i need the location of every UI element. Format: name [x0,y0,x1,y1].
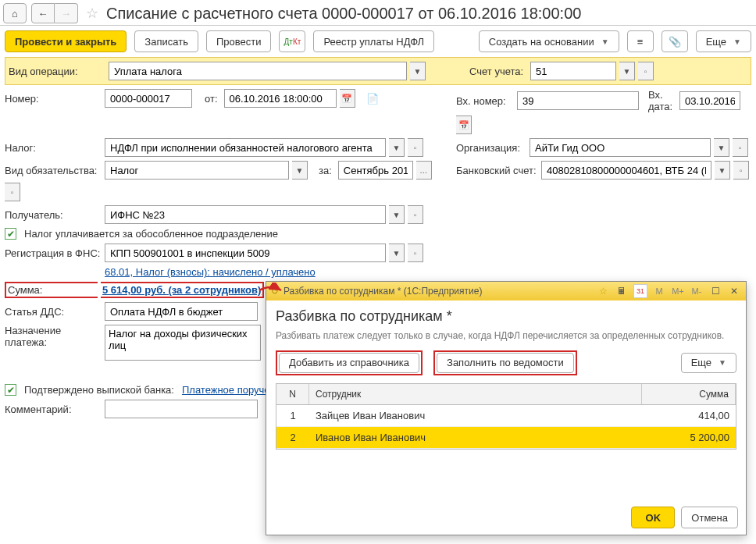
tax-input[interactable] [109,141,382,155]
dialog-close-button[interactable]: ✕ [727,284,741,298]
dialog-more-button[interactable]: Еще▼ [681,353,736,373]
tax-accrual-link[interactable]: 68.01, Налог (взносы): начислено / уплач… [105,266,316,278]
comment-input[interactable] [109,403,254,416]
tax-label: Налог: [5,142,102,154]
post-button[interactable]: Провести [206,30,272,52]
org-label: Организация: [456,142,526,154]
liab-type-input[interactable] [109,164,285,177]
account-label: Счет учета: [469,66,527,77]
dialog-fav-icon[interactable]: ☆ [596,284,610,298]
purpose-textarea[interactable] [105,325,261,361]
period-open[interactable]: ▫ [5,183,20,201]
from-label: от: [205,93,218,105]
payment-order-link[interactable]: Платежное поруче [182,384,270,396]
bank-acct-dropdown[interactable]: ▼ [715,161,730,180]
comment-label: Комментарий: [5,404,102,415]
oper-type-label: Вид операции: [9,66,105,77]
write-button[interactable]: Записать [134,30,198,52]
payee-dropdown[interactable]: ▼ [389,205,405,224]
create-based-button[interactable]: Создать на основании▼ [479,30,619,52]
payee-label: Получатель: [5,209,102,221]
amount-link[interactable]: 5 614,00 руб. (за 2 сотрудников) [102,284,261,296]
employee-table: N Сотрудник Сумма 1 Зайцев Иван Иванович… [276,383,736,450]
tax-dropdown[interactable]: ▼ [389,138,405,157]
favorite-star-icon[interactable]: ☆ [86,5,98,22]
dds-label: Статья ДДС: [5,306,102,318]
dialog-mplus-button[interactable]: M+ [671,284,685,298]
forward-icon: → [61,8,71,20]
dialog-calc-icon[interactable]: 🖩 [615,284,629,298]
oper-type-input[interactable] [112,65,403,78]
confirmed-checkbox[interactable]: ✔ [5,384,16,396]
dtct-icon-button[interactable]: ДтКт [279,30,305,52]
page-title: Списание с расчетного счета 0000-000017 … [106,5,581,23]
nav-forward-button[interactable]: → [55,3,78,23]
oper-type-dropdown[interactable]: ▼ [410,62,426,80]
period-input[interactable] [342,164,409,177]
posted-icon: 📄 [366,93,379,105]
amount-label: Сумма: [8,284,98,296]
tax-open[interactable]: ▫ [408,138,423,157]
home-button[interactable]: ⌂ [3,3,27,23]
confirmed-label: Подтверждено выпиской банка: [24,384,174,396]
annotation-arrow-icon [258,283,286,298]
inc-date-input[interactable] [683,94,736,108]
account-input[interactable] [534,65,612,78]
dialog-m-button[interactable]: M [652,284,666,298]
fns-reg-dropdown[interactable]: ▼ [389,244,405,262]
col-n: N [276,384,309,404]
sep-unit-label: Налог уплачивается за обособленное подра… [24,228,278,240]
liab-type-label: Вид обязательства: [5,165,102,176]
period-picker[interactable]: … [416,161,432,180]
dialog-hint: Разбивать платеж следует только в случае… [276,329,736,343]
dialog-mminus-button[interactable]: M- [690,284,704,298]
bank-acct-label: Банковский счет: [456,165,538,176]
dds-input[interactable] [109,305,254,318]
more-button[interactable]: Еще▼ [696,30,751,52]
purpose-label: Назначение платежа: [5,325,102,348]
bank-acct-input[interactable] [545,164,708,177]
liab-type-dropdown[interactable]: ▼ [292,161,308,180]
org-dropdown[interactable]: ▼ [714,138,729,157]
table-row[interactable]: 1 Зайцев Иван Иванович 414,00 [276,405,736,427]
dialog-titlebar-text: Разбивка по сотрудникам * (1С:Предприяти… [284,286,482,297]
chevron-down-icon: ▼ [733,37,741,46]
clip-icon: 📎 [669,36,681,48]
bank-acct-open[interactable]: ▫ [733,161,749,180]
table-row[interactable]: 2 Иванов Иван Иванович 5 200,00 [276,427,736,449]
attachments-button[interactable]: 📎 [662,30,688,52]
inc-date-label: Вх. дата: [648,89,676,112]
employee-split-dialog: ↺ Разбивка по сотрудникам * (1С:Предприя… [266,281,747,535]
payee-input[interactable] [109,208,382,222]
inc-number-input[interactable] [521,94,635,108]
payee-open[interactable]: ▫ [408,205,423,224]
nav-back-button[interactable]: ← [31,3,55,23]
post-and-close-button[interactable]: Провести и закрыть [5,30,127,52]
from-date-calendar[interactable]: 📅 [340,89,355,108]
sep-unit-checkbox[interactable]: ✔ [5,228,16,240]
inc-date-calendar[interactable]: 📅 [456,116,472,134]
back-icon: ← [38,8,48,20]
chevron-down-icon: ▼ [601,37,609,46]
add-from-ref-button[interactable]: Добавить из справочника [279,353,419,373]
chevron-down-icon: ▼ [719,358,726,367]
fns-reg-input[interactable] [109,247,382,260]
org-open[interactable]: ▫ [733,138,748,157]
home-icon: ⌂ [12,8,18,20]
dialog-ok-button[interactable]: OK [631,507,675,528]
fill-by-list-button[interactable]: Заполнить по ведомости [437,353,574,373]
org-input[interactable] [533,141,707,155]
dialog-cancel-button[interactable]: Отмена [681,507,738,528]
ndfl-registry-button[interactable]: Реестр уплаты НДФЛ [313,30,434,52]
account-dropdown[interactable]: ▼ [619,62,635,80]
list-icon: ≡ [637,36,644,48]
related-button[interactable]: ≡ [627,30,654,52]
col-sum: Сумма [642,384,736,404]
number-input[interactable] [109,92,188,105]
dialog-cal-icon[interactable]: 31 [633,284,647,298]
dialog-maximize-button[interactable]: ☐ [708,284,722,298]
account-open[interactable]: ▫ [638,62,654,80]
from-date-input[interactable] [228,92,333,105]
fns-reg-open[interactable]: ▫ [408,244,423,262]
for-label: за: [319,165,332,176]
